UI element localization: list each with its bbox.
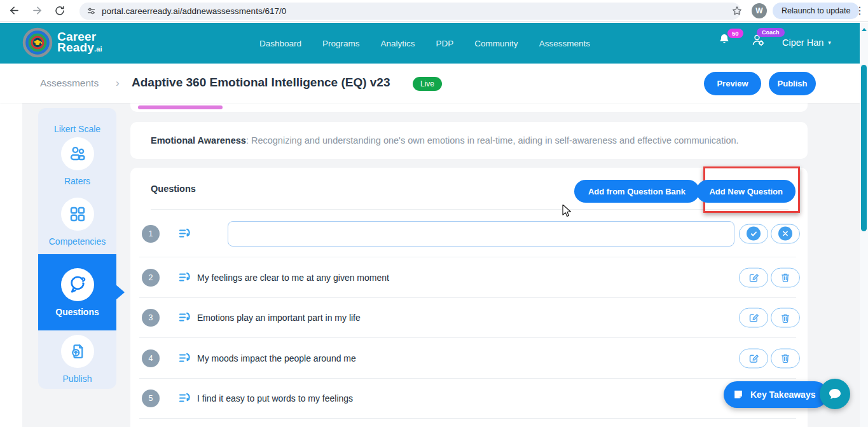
sidebar-item-raters[interactable]: Raters [38, 137, 116, 186]
chat-bubble-icon [827, 386, 843, 402]
question-row: 3 Emotions play an important part in my … [130, 298, 808, 339]
trash-icon [780, 312, 791, 323]
user-settings-button[interactable]: Coach [750, 32, 776, 55]
sidebar-item-likert-scale[interactable]: Likert Scale [38, 118, 116, 134]
relaunch-button[interactable]: Relaunch to update [773, 3, 859, 19]
page-background: Likert Scale Raters Competencies [0, 103, 860, 427]
edit-question-button[interactable] [739, 268, 768, 287]
question-number-badge: 1 [142, 225, 160, 243]
site-settings-icon[interactable] [86, 6, 97, 17]
competency-description-card: Emotional Awareness : Recognizing and un… [130, 122, 808, 159]
brand-logo[interactable]: Career Ready.ai [22, 27, 102, 58]
sidebar-item-publish[interactable]: Publish [38, 335, 116, 384]
brand-name: Career Ready.ai [57, 31, 102, 55]
address-bar[interactable]: portal.careerready.ai/addnewassessments/… [79, 3, 741, 20]
role-badge: Coach [757, 28, 785, 37]
nav-analytics[interactable]: Analytics [381, 39, 415, 48]
nav-assessments[interactable]: Assessments [539, 39, 590, 48]
key-takeaways-button[interactable]: Key Takeaways [724, 381, 828, 408]
check-icon [747, 227, 761, 241]
publish-button[interactable]: Publish [769, 72, 816, 95]
nav-pdp[interactable]: PDP [436, 39, 454, 48]
sidebar-item-label: Raters [64, 176, 90, 186]
breadcrumb-separator-icon: › [116, 77, 120, 90]
edit-icon [748, 352, 760, 364]
sidebar-item-label: Likert Scale [54, 124, 100, 134]
app-header: Career Ready.ai Dashboard Programs Analy… [0, 23, 860, 64]
user-name: Ciper Han [782, 37, 823, 48]
questions-section-title: Questions [151, 184, 196, 194]
raters-icon [61, 137, 94, 170]
reorder-icon[interactable] [177, 391, 193, 406]
question-row-editing: 1 [130, 210, 808, 257]
notifications-button[interactable]: 50 [717, 32, 739, 55]
page-scrollbar[interactable] [860, 23, 868, 427]
add-from-question-bank-button[interactable]: Add from Question Bank [574, 180, 699, 203]
sidebar-item-label: Competencies [49, 236, 106, 247]
delete-question-button[interactable] [771, 268, 800, 287]
question-number-badge: 5 [142, 390, 160, 407]
new-question-input[interactable] [228, 221, 734, 247]
questions-card: Questions Add from Question Bank Add New… [130, 168, 808, 427]
active-tab-indicator [138, 105, 223, 109]
question-number-badge: 4 [142, 349, 160, 367]
questions-header: Questions Add from Question Bank Add New… [130, 168, 808, 210]
browser-toolbar: portal.careerready.ai/addnewassessments/… [0, 0, 868, 22]
url-text[interactable]: portal.careerready.ai/addnewassessments/… [102, 6, 734, 16]
edit-question-button[interactable] [739, 308, 768, 328]
browser-menu-icon[interactable]: ⋮ [855, 2, 865, 20]
add-new-question-button[interactable]: Add New Question [696, 180, 796, 203]
chat-fab-button[interactable] [820, 379, 850, 409]
confirm-question-button[interactable] [739, 224, 768, 243]
reorder-icon[interactable] [177, 351, 193, 366]
refresh-icon[interactable] [51, 2, 69, 20]
trash-icon [780, 272, 791, 283]
question-row: 4 My moods impact the people around me [130, 338, 808, 379]
competency-name: Emotional Awareness [151, 135, 246, 146]
browser-profile-avatar[interactable]: W [752, 3, 767, 18]
competencies-icon [61, 198, 94, 231]
bookmark-star-icon[interactable] [730, 4, 744, 18]
main-nav: Dashboard Programs Analytics PDP Communi… [259, 23, 590, 64]
questions-icon [61, 268, 94, 301]
trash-icon [780, 353, 791, 364]
nav-programs[interactable]: Programs [322, 39, 360, 48]
reorder-icon[interactable] [177, 226, 193, 241]
forward-icon[interactable] [28, 2, 46, 20]
status-badge: Live [413, 77, 442, 91]
sidebar-item-competencies[interactable]: Competencies [38, 198, 116, 247]
page-title: Adaptive 360 Emotional Intelligence (EQ)… [132, 76, 390, 90]
reorder-icon[interactable] [177, 270, 193, 285]
scroll-up-arrow-icon[interactable] [862, 28, 867, 31]
chevron-down-icon: ▾ [828, 39, 831, 46]
tabs-card-remnant [130, 103, 808, 112]
sidebar-item-label: Questions [55, 307, 99, 317]
question-text: My moods impact the people around me [197, 353, 356, 363]
user-menu[interactable]: Ciper Han ▾ [782, 37, 831, 48]
close-icon [778, 227, 792, 241]
edit-icon [748, 312, 760, 324]
question-row: 5 I find it easy to put words to my feel… [130, 379, 808, 419]
question-text: My feelings are clear to me at any given… [197, 273, 389, 283]
question-text: Emotions play an important part in my li… [197, 313, 361, 323]
sidebar-item-label: Publish [63, 374, 92, 384]
question-text: I find it easy to put words to my feelin… [197, 393, 353, 403]
breadcrumb-assessments[interactable]: Assessments [40, 78, 99, 89]
question-number-badge: 2 [142, 269, 160, 287]
reorder-icon[interactable] [177, 310, 193, 325]
sidebar-item-questions[interactable]: Questions [38, 254, 116, 330]
sticky-note-icon [732, 388, 745, 401]
nav-dashboard[interactable]: Dashboard [259, 39, 301, 48]
delete-question-button[interactable] [771, 348, 800, 368]
back-icon[interactable] [5, 2, 23, 20]
nav-community[interactable]: Community [474, 39, 518, 48]
edit-question-button[interactable] [739, 348, 768, 368]
scrollbar-thumb[interactable] [861, 65, 867, 231]
notification-count-badge: 50 [727, 29, 743, 38]
cancel-question-button[interactable] [771, 224, 800, 243]
competency-description: : Recognizing and understanding one's ow… [246, 135, 739, 146]
preview-button[interactable]: Preview [704, 72, 761, 95]
question-number-badge: 3 [142, 309, 160, 327]
delete-question-button[interactable] [771, 308, 800, 328]
question-row: 2 My feelings are clear to me at any giv… [130, 257, 808, 298]
